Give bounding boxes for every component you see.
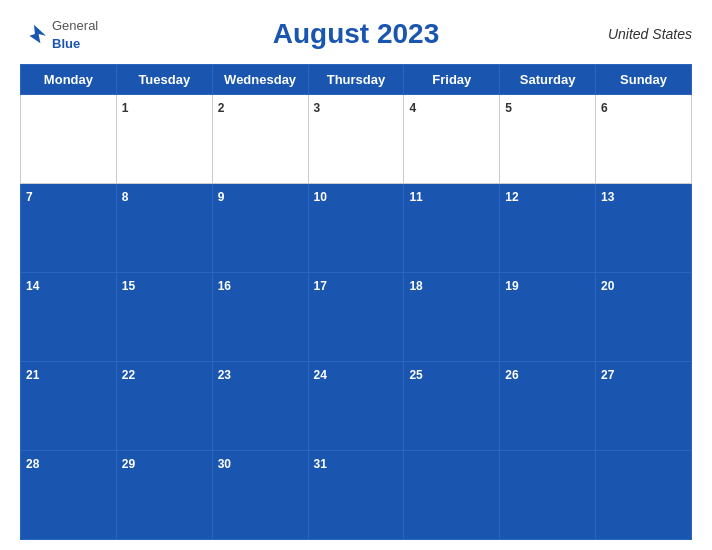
calendar-day-cell: 13 [596,184,692,273]
calendar-header: General Blue August 2023 United States [20,10,692,58]
calendar-day-cell: 14 [21,273,117,362]
calendar-day-cell: 7 [21,184,117,273]
day-number: 29 [122,457,135,471]
calendar-day-cell: 30 [212,451,308,540]
day-number: 3 [314,101,321,115]
calendar-day-cell: 27 [596,362,692,451]
calendar-title: August 2023 [273,18,440,50]
calendar-day-cell [21,95,117,184]
day-number: 2 [218,101,225,115]
calendar-day-cell: 12 [500,184,596,273]
calendar-day-cell: 3 [308,95,404,184]
calendar-day-cell [500,451,596,540]
day-number: 24 [314,368,327,382]
day-number: 16 [218,279,231,293]
day-number: 12 [505,190,518,204]
header-friday: Friday [404,65,500,95]
calendar-day-cell: 23 [212,362,308,451]
day-number: 19 [505,279,518,293]
day-number: 22 [122,368,135,382]
day-number: 8 [122,190,129,204]
day-number: 23 [218,368,231,382]
day-number: 26 [505,368,518,382]
calendar-day-cell: 28 [21,451,117,540]
calendar-day-cell: 10 [308,184,404,273]
calendar-day-cell: 29 [116,451,212,540]
header-saturday: Saturday [500,65,596,95]
weekday-header-row: Monday Tuesday Wednesday Thursday Friday… [21,65,692,95]
calendar-week-row: 123456 [21,95,692,184]
day-number: 9 [218,190,225,204]
day-number: 14 [26,279,39,293]
calendar-day-cell: 25 [404,362,500,451]
logo: General Blue [20,16,98,52]
calendar-day-cell: 19 [500,273,596,362]
day-number: 7 [26,190,33,204]
logo-blue: Blue [52,36,80,51]
day-number: 17 [314,279,327,293]
calendar-day-cell: 9 [212,184,308,273]
calendar-day-cell: 5 [500,95,596,184]
calendar-day-cell: 17 [308,273,404,362]
calendar-day-cell: 15 [116,273,212,362]
header-wednesday: Wednesday [212,65,308,95]
logo-bird-icon [20,23,48,45]
calendar-day-cell: 1 [116,95,212,184]
day-number: 18 [409,279,422,293]
day-number: 15 [122,279,135,293]
calendar-day-cell: 2 [212,95,308,184]
day-number: 31 [314,457,327,471]
calendar-day-cell: 11 [404,184,500,273]
calendar-day-cell: 24 [308,362,404,451]
day-number: 6 [601,101,608,115]
calendar-week-row: 14151617181920 [21,273,692,362]
day-number: 25 [409,368,422,382]
calendar-day-cell: 26 [500,362,596,451]
day-number: 13 [601,190,614,204]
calendar-table: Monday Tuesday Wednesday Thursday Friday… [20,64,692,540]
day-number: 21 [26,368,39,382]
logo-general: General [52,18,98,33]
day-number: 20 [601,279,614,293]
day-number: 11 [409,190,422,204]
calendar-day-cell: 18 [404,273,500,362]
header-tuesday: Tuesday [116,65,212,95]
calendar-day-cell [596,451,692,540]
day-number: 4 [409,101,416,115]
title-area: August 2023 [273,18,440,50]
calendar-day-cell: 20 [596,273,692,362]
header-sunday: Sunday [596,65,692,95]
header-thursday: Thursday [308,65,404,95]
country-label: United States [608,26,692,42]
calendar-day-cell: 4 [404,95,500,184]
day-number: 28 [26,457,39,471]
logo-text: General Blue [52,16,98,52]
calendar-day-cell: 21 [21,362,117,451]
day-number: 10 [314,190,327,204]
day-number: 1 [122,101,129,115]
calendar-day-cell: 16 [212,273,308,362]
calendar-week-row: 28293031 [21,451,692,540]
header-monday: Monday [21,65,117,95]
calendar-day-cell [404,451,500,540]
calendar-day-cell: 31 [308,451,404,540]
svg-marker-0 [29,25,45,43]
calendar-day-cell: 8 [116,184,212,273]
day-number: 27 [601,368,614,382]
calendar-week-row: 21222324252627 [21,362,692,451]
day-number: 5 [505,101,512,115]
day-number: 30 [218,457,231,471]
calendar-day-cell: 22 [116,362,212,451]
calendar-day-cell: 6 [596,95,692,184]
calendar-week-row: 78910111213 [21,184,692,273]
